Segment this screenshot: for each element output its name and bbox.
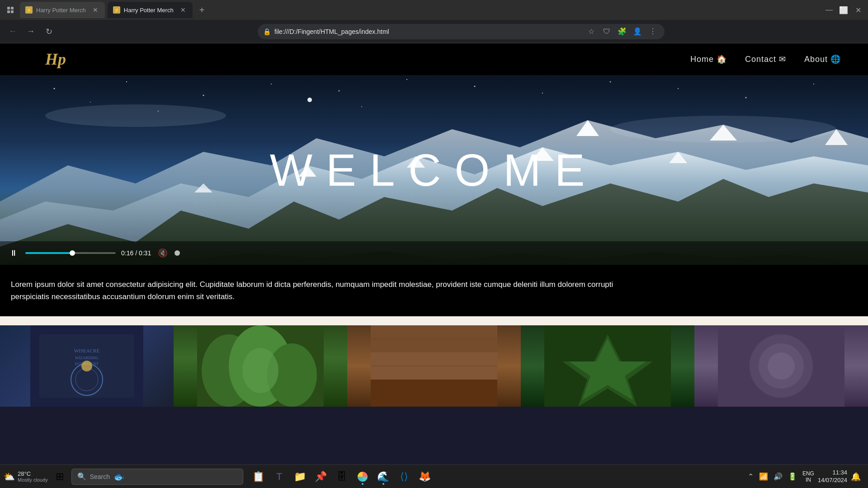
svg-point-61 (768, 352, 795, 380)
products-section: WISEACRE WIZARDING EQUIPMENT (0, 316, 868, 407)
nav-contact[interactable]: Contact ✉ (745, 54, 786, 64)
taskbar-app-files[interactable]: 📋 (249, 467, 269, 487)
product-card-5[interactable] (694, 325, 868, 407)
tab-1-close[interactable]: ✕ (91, 6, 99, 14)
product-card-2[interactable] (174, 325, 347, 407)
new-tab-button[interactable]: + (195, 3, 209, 17)
close-button[interactable]: ✕ (852, 4, 864, 16)
notification-button[interactable]: 🔔 (851, 472, 861, 482)
chrome-icon (358, 472, 368, 482)
weather-description: Mostly cloudy (18, 477, 48, 483)
profile-button[interactable]: 👤 (631, 25, 644, 38)
browser-window: ⚡ Harry Potter Merch ✕ ⚡ Harry Potter Me… (0, 0, 868, 407)
database-icon: 🗄 (337, 471, 347, 483)
description-text: Lorem ipsum dolor sit amet consectetur a… (11, 278, 644, 303)
taskbar-app-notes[interactable]: 📌 (311, 467, 331, 487)
weather-icon: ⛅ (4, 471, 15, 482)
forward-button[interactable]: → (24, 24, 38, 39)
hero-section: WELCOME ⏸ 0:16 / 0:31 🔇 (0, 75, 868, 265)
nav-home[interactable]: Home 🏠 (690, 54, 727, 64)
svg-rect-1 (11, 7, 14, 9)
address-input[interactable]: 🔒 file:///D:/Fingent/HTML_pages/index.ht… (258, 24, 665, 39)
wifi-icon[interactable]: 📶 (757, 472, 770, 481)
clock-date: 14/07/2024 (818, 477, 847, 484)
teams-icon: T (276, 471, 282, 483)
files-icon: 📋 (252, 471, 264, 483)
svg-point-47 (242, 348, 278, 393)
address-text: file:///D:/Fingent/HTML_pages/index.html (274, 28, 581, 35)
svg-rect-3 (11, 10, 14, 13)
taskbar-app-edge[interactable]: 🌊 (373, 467, 393, 487)
nav-about-label: About (804, 55, 828, 64)
tab-overview-button[interactable] (4, 3, 17, 17)
fullscreen-button[interactable] (175, 250, 180, 256)
shield-button[interactable]: 🛡 (600, 25, 613, 38)
video-progress-bar[interactable] (25, 252, 116, 254)
tray-chevron[interactable]: ⌃ (746, 472, 755, 481)
tab-bar: ⚡ Harry Potter Merch ✕ ⚡ Harry Potter Me… (0, 0, 868, 20)
taskbar-right: ⌃ 📶 🔊 🔋 ENGIN 11:34 14/07/2024 🔔 (746, 469, 864, 484)
tab-bar-left: ⚡ Harry Potter Merch ✕ ⚡ Harry Potter Me… (4, 2, 209, 18)
site-logo: Hp (45, 50, 66, 69)
video-time: 0:16 / 0:31 (121, 249, 151, 257)
taskbar: ⛅ 28°C Mostly cloudy ⊞ 🔍 Search 🐟 📋 T 📁 … (0, 465, 868, 488)
chrome-active (362, 483, 363, 485)
product-card-4[interactable] (521, 325, 694, 407)
tab-2[interactable]: ⚡ Harry Potter Merch ✕ (108, 2, 193, 18)
svg-rect-2 (7, 10, 10, 13)
tab-1[interactable]: ⚡ Harry Potter Merch ✕ (20, 2, 105, 18)
back-button[interactable]: ← (5, 24, 20, 39)
site-navigation: Hp Home 🏠 Contact ✉ About 🌐 (0, 43, 868, 75)
maximize-button[interactable]: ⬜ (837, 4, 850, 16)
search-icon: 🔍 (77, 472, 86, 481)
mute-button[interactable]: 🔇 (156, 247, 169, 259)
taskbar-search[interactable]: 🔍 Search 🐟 (71, 469, 243, 485)
globe-icon: 🌐 (830, 54, 841, 64)
mail-icon: ✉ (779, 54, 786, 64)
menu-button[interactable]: ⋮ (646, 25, 659, 38)
current-time: 0:16 (121, 249, 133, 257)
time-separator: / (135, 249, 139, 257)
lock-icon: 🔒 (263, 28, 271, 35)
logo-text: Hp (45, 50, 66, 69)
taskbar-app-explorer[interactable]: 📁 (290, 467, 310, 487)
explorer-icon: 📁 (294, 471, 306, 483)
website: Hp Home 🏠 Contact ✉ About 🌐 (0, 43, 868, 407)
system-clock[interactable]: 11:34 14/07/2024 (818, 469, 847, 484)
video-controls: ⏸ 0:16 / 0:31 🔇 (0, 241, 868, 265)
edge-active (382, 483, 384, 485)
svg-text:WIZARDING: WIZARDING (75, 356, 99, 360)
nav-about[interactable]: About 🌐 (804, 54, 841, 64)
svg-text:WISEACRE: WISEACRE (74, 348, 100, 353)
svg-point-42 (81, 361, 92, 371)
taskbar-app-database[interactable]: 🗄 (332, 467, 352, 487)
progress-thumb (70, 250, 75, 256)
taskbar-app-vscode[interactable]: ⟨⟩ (394, 467, 414, 487)
tab-1-favicon: ⚡ (25, 6, 33, 14)
extensions-button[interactable]: 🧩 (616, 25, 628, 38)
description-section: Lorem ipsum dolor sit amet consectetur a… (0, 265, 868, 316)
total-time: 0:31 (139, 249, 151, 257)
video-progress-fill (25, 252, 72, 254)
language-badge[interactable]: ENGIN (802, 470, 814, 483)
tab-1-title: Harry Potter Merch (36, 7, 86, 14)
pause-button[interactable]: ⏸ (7, 247, 20, 259)
reload-button[interactable]: ↻ (42, 24, 56, 39)
product-card-1[interactable]: WISEACRE WIZARDING EQUIPMENT (0, 325, 174, 407)
system-tray: ⌃ 📶 🔊 🔋 (746, 472, 799, 481)
battery-icon[interactable]: 🔋 (786, 472, 799, 481)
volume-icon[interactable]: 🔊 (772, 472, 784, 481)
start-button[interactable]: ⊞ (50, 467, 70, 487)
taskbar-apps: 📋 T 📁 📌 🗄 🌊 ⟨⟩ 🦊 (249, 467, 435, 487)
weather-widget[interactable]: ⛅ 28°C Mostly cloudy (4, 470, 48, 483)
taskbar-app-teams[interactable]: T (269, 467, 289, 487)
taskbar-app-firefox[interactable]: 🦊 (415, 467, 435, 487)
windows-icon: ⊞ (56, 471, 64, 483)
firefox-icon: 🦊 (419, 471, 431, 483)
edge-icon: 🌊 (377, 471, 389, 483)
bookmark-button[interactable]: ☆ (585, 25, 598, 38)
product-card-3[interactable] (347, 325, 521, 407)
minimize-button[interactable]: — (823, 4, 835, 16)
taskbar-app-chrome[interactable] (353, 467, 373, 487)
tab-2-close[interactable]: ✕ (179, 6, 187, 14)
